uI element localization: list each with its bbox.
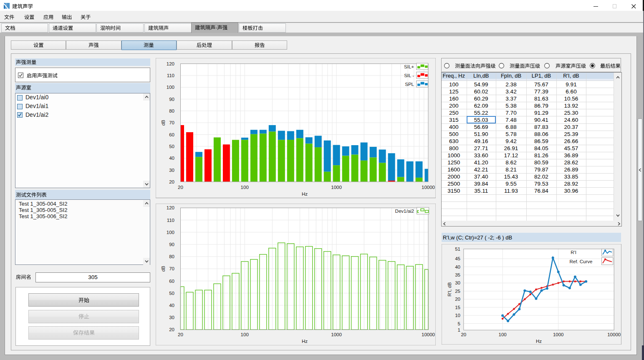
svg-text:100: 100 [241,332,249,337]
svg-text:60: 60 [169,279,174,284]
svg-text:10000: 10000 [608,332,621,337]
svg-text:90: 90 [169,242,174,247]
svg-text:30: 30 [169,315,174,320]
svg-text:40: 40 [169,303,174,308]
svg-text:15: 15 [455,305,461,310]
svg-text:20: 20 [178,185,183,190]
svg-text:20: 20 [178,332,183,337]
svg-text:10: 10 [455,313,461,318]
svg-text:20: 20 [169,327,174,332]
svg-text:40: 40 [455,264,461,269]
svg-text:70: 70 [169,120,174,125]
svg-text:Hz: Hz [302,191,308,196]
svg-text:20: 20 [461,332,467,337]
svg-text:51: 51 [455,247,461,252]
svg-text:50: 50 [169,144,174,149]
svg-text:45: 45 [455,256,461,261]
svg-text:90: 90 [169,97,174,102]
svg-text:20: 20 [455,297,461,302]
svg-text:50: 50 [169,291,174,296]
svg-text:Dev1/ai2: Dev1/ai2 [395,209,414,214]
svg-text:1000: 1000 [553,332,564,337]
svg-text:R'I, dB: R'I, dB [447,282,452,297]
svg-text:1000: 1000 [331,185,342,190]
svg-text:110: 110 [167,218,174,223]
svg-text:100: 100 [167,230,174,235]
svg-text:70: 70 [169,266,174,271]
svg-text:dB: dB [161,120,166,126]
svg-text:1000: 1000 [331,332,342,337]
svg-text:5: 5 [458,321,460,326]
svg-text:20: 20 [169,179,174,184]
svg-text:40: 40 [169,156,174,161]
svg-text:10000: 10000 [422,332,435,337]
svg-text:60: 60 [169,132,174,137]
svg-text:100: 100 [241,185,249,190]
svg-text:1: 1 [458,328,460,333]
svg-text:25: 25 [455,289,461,294]
svg-text:120: 120 [167,205,174,210]
svg-text:110: 110 [167,73,174,78]
svg-text:dB: dB [161,266,166,272]
svg-text:SPL: SPL [405,82,414,87]
svg-text:120: 120 [167,61,174,66]
svg-text:80: 80 [169,108,174,113]
svg-text:Hz: Hz [536,339,542,344]
svg-text:10000: 10000 [422,185,435,190]
svg-text:R'I: R'I [571,250,577,255]
svg-text:100: 100 [499,332,507,337]
svg-text:35: 35 [455,272,461,277]
svg-text:80: 80 [169,254,174,259]
svg-text:30: 30 [169,168,174,173]
svg-text:30: 30 [455,281,461,286]
svg-text:Ref. Curve: Ref. Curve [570,259,593,264]
svg-text:SIL+: SIL+ [404,64,414,69]
svg-text:100: 100 [167,85,174,90]
svg-text:Hz: Hz [302,339,308,344]
svg-text:SIL -: SIL - [404,73,414,78]
